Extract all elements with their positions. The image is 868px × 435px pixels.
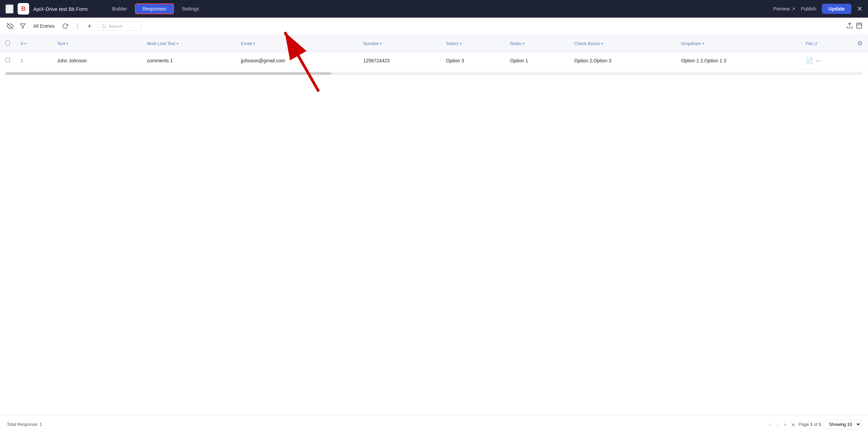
col-header-number[interactable]: Number ▾ [358,35,440,52]
hide-columns-button[interactable] [5,21,15,31]
row-actions: 📄 ··· [800,52,868,69]
row-more-icon[interactable]: ··· [816,57,821,64]
tab-settings[interactable]: Settings [175,3,206,14]
sort-arrow-checkboxes: ▾ [601,42,603,45]
table-header-row: # ▾ Text ▾ Multi-Line Text ▾ [0,35,868,52]
first-page-button[interactable]: « [767,420,773,429]
nav-tabs: Builder Responses Settings [105,3,206,14]
export-button[interactable] [846,22,853,30]
all-entries-button[interactable]: All Entries [31,22,57,30]
col-header-dropdown[interactable]: Dropdown ▾ [676,35,800,52]
col-header-email[interactable]: Email ▾ [235,35,358,52]
sort-arrow-dropdown: ▾ [703,42,704,45]
total-response-label: Total Response: 1 [7,422,42,427]
col-header-select[interactable]: Select ▾ [441,35,505,52]
row-checkbox[interactable] [5,58,10,62]
pagination: « ‹ › » Page 1 of 1 Showing 10 Showing 2… [767,419,861,429]
back-button[interactable]: ← [5,4,14,14]
toolbar-right [846,22,863,30]
sort-arrow-num: ▾ [24,42,26,45]
table-body: 1 John Johnson comments 1 jjohnson@gmail… [0,52,868,69]
total-pages: 1 [819,422,821,427]
col-header-num[interactable]: # ▾ [15,35,52,52]
col-header-file[interactable]: File U ⚙ [800,35,868,52]
tab-responses[interactable]: Responses [135,3,174,14]
col-header-text[interactable]: Text ▾ [52,35,141,52]
preview-button[interactable]: Preview ↗ [773,6,795,12]
view-file-icon[interactable]: 📄 [806,57,813,64]
row-text: John Johnson [52,52,141,69]
row-number: 1256724423 [358,52,440,69]
bottom-bar: Total Response: 1 « ‹ › » Page 1 of 1 Sh… [0,415,868,433]
showing-select[interactable]: Showing 10 Showing 25 Showing 50 [824,419,861,429]
row-checkboxes: Option 2,Option 3 [569,52,675,69]
horizontal-scrollbar[interactable] [5,72,863,75]
top-nav: ← B ApiX-Drive test Bit Form Builder Res… [0,0,868,18]
close-button[interactable]: ✕ [857,5,863,13]
sort-arrow-text: ▾ [66,42,68,45]
row-num: 1 [15,52,52,69]
more-options-button[interactable]: ⋮ [73,21,82,31]
row-radio: Option 1 [505,52,569,69]
row-checkbox-cell[interactable] [0,52,15,69]
col-header-radio[interactable]: Radio ▾ [505,35,569,52]
svg-rect-9 [857,23,862,28]
next-page-button[interactable]: › [783,420,787,429]
sort-arrow-email: ▾ [253,42,255,45]
svg-marker-3 [20,24,25,28]
svg-line-7 [105,27,106,28]
sort-arrow-number: ▾ [380,42,382,45]
table-row: 1 John Johnson comments 1 jjohnson@gmail… [0,52,868,69]
row-multiline: comments 1 [141,52,235,69]
search-box[interactable]: Search [97,22,141,31]
table-scroll-area: # ▾ Text ▾ Multi-Line Text ▾ [0,35,868,415]
toolbar: All Entries ⋮ Search [0,18,868,35]
update-button[interactable]: Update [822,4,851,14]
table-wrapper: # ▾ Text ▾ Multi-Line Text ▾ [0,35,868,69]
responses-table: # ▾ Text ▾ Multi-Line Text ▾ [0,35,868,69]
filter-button[interactable] [18,22,27,30]
sort-arrow-multiline: ▾ [177,42,178,45]
prev-page-button[interactable]: ‹ [776,420,780,429]
row-select: Option 3 [441,52,505,69]
sort-arrow-radio: ▾ [523,42,525,45]
select-all-header[interactable] [0,35,15,52]
select-all-checkbox[interactable] [5,41,10,45]
svg-point-6 [102,24,105,27]
nav-right: Preview ↗ Publish Update ✕ [773,4,863,14]
row-dropdown: Option 1 2,Option 1 3 [676,52,800,69]
table-settings-icon[interactable]: ⚙ [857,40,863,47]
add-entry-button[interactable] [85,22,94,30]
scrollbar-thumb [5,72,331,75]
current-page: 1 [810,422,812,427]
publish-button[interactable]: Publish [801,6,816,12]
col-header-checkboxes[interactable]: Check Boxes ▾ [569,35,675,52]
app-title: ApiX-Drive test Bit Form [33,6,88,12]
calendar-button[interactable] [856,22,863,30]
page-info: Page 1 of 1 [798,422,821,427]
last-page-button[interactable]: » [790,420,796,429]
row-email: jjohnson@gmail.com [235,52,358,69]
sort-arrow-select: ▾ [460,42,461,45]
logo: B [18,3,29,15]
refresh-button[interactable] [61,22,70,30]
tab-builder[interactable]: Builder [105,3,134,14]
col-header-multiline[interactable]: Multi-Line Text ▾ [141,35,235,52]
search-placeholder: Search [108,24,122,29]
